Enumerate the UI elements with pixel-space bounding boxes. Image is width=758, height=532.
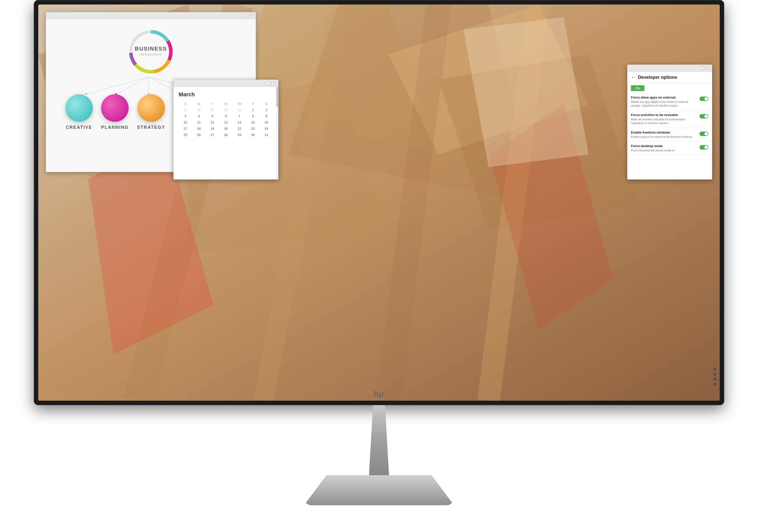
cal-day[interactable]: 22 [233, 125, 246, 132]
calendar-week-2: 3 4 5 6 7 8 9 [179, 113, 273, 119]
dev-option-2-desc: Make all activities resizable for multi-… [631, 117, 697, 125]
dev-option-4: Force desktop mode Force experimental de… [627, 142, 712, 155]
monitor-btn-2[interactable] [713, 373, 716, 376]
cal-day[interactable]: 12 [206, 119, 219, 125]
infographic-minimize-btn[interactable]: □ [243, 14, 248, 17]
cal-day[interactable]: 26 [192, 132, 206, 138]
cal-day[interactable]: 6 [219, 113, 233, 119]
bubble-label-strategy: STRATEGY [137, 125, 165, 130]
cal-day[interactable]: 2 [260, 107, 273, 113]
bubble-item-strategy: STRATEGY [137, 94, 165, 130]
cal-day[interactable]: 30 [246, 132, 260, 138]
dev-option-4-text: Force desktop mode Force experimental de… [631, 144, 697, 152]
monitor-btn-4[interactable] [713, 383, 716, 386]
cal-day[interactable]: 8 [246, 113, 260, 119]
dev-option-3-text: Enable freeform windows Enable support f… [631, 131, 697, 139]
dev-option-1: Force allow apps on external Makes any a… [627, 93, 712, 111]
dev-option-4-title: Force desktop mode [631, 144, 697, 148]
cal-day[interactable]: 4 [192, 113, 206, 119]
dev-option-3-title: Enable freeform windows [631, 131, 697, 134]
dev-option-3: Enable freeform windows Enable support f… [627, 128, 712, 142]
cal-day[interactable]: 27 [206, 132, 219, 138]
dev-close-btn[interactable]: ✕ [706, 67, 710, 70]
dev-toggle-2[interactable] [700, 114, 708, 118]
cal-header-fri: F [246, 101, 260, 107]
calendar-scrollbar-thumb[interactable] [276, 87, 278, 107]
cal-header-thu: TH [233, 101, 246, 107]
monitor-btn-3[interactable] [713, 378, 716, 381]
cal-day[interactable]: 29 [233, 132, 246, 138]
bubble-label-creative: CREATIVE [66, 125, 92, 130]
dev-title: Developer options [638, 75, 677, 80]
dev-option-2-text: Force activities to be resizable Make al… [631, 113, 697, 125]
circle-chart-area: BUSINESS INFOGRAPHIC [56, 27, 246, 77]
cal-day[interactable]: 31 [233, 107, 246, 113]
cal-day[interactable]: 18 [192, 125, 206, 132]
cal-day[interactable]: 13 [219, 119, 233, 125]
cal-day[interactable]: 23 [246, 125, 260, 132]
cal-day[interactable]: 25 [179, 132, 192, 138]
cal-day[interactable]: 11 [192, 119, 206, 125]
bubble-label-planning: PLANNING [101, 125, 128, 130]
cal-day[interactable]: 7 [233, 113, 246, 119]
cal-day[interactable]: 29 [206, 107, 219, 113]
calendar-content: March S M T W TH F S [174, 87, 278, 143]
cal-header-sat: S [260, 101, 273, 107]
dev-toggle-1[interactable] [700, 97, 708, 101]
donut-chart: BUSINESS INFOGRAPHIC [126, 27, 176, 77]
cal-day[interactable]: 3 [179, 113, 192, 119]
monitor-body: □ ✕ [34, 0, 724, 405]
cal-day[interactable]: 19 [206, 125, 219, 132]
cal-day[interactable]: 31 [260, 132, 273, 138]
cal-day[interactable]: 1 [246, 107, 260, 113]
monitor-wrapper: □ ✕ [29, 0, 729, 532]
calendar-close-btn[interactable]: ✕ [272, 82, 276, 85]
calendar-scrollbar[interactable] [276, 87, 278, 180]
cal-day[interactable]: 15 [246, 119, 260, 125]
calendar-minimize-btn[interactable]: □ [266, 82, 270, 85]
calendar-titlebar: □ ✕ [174, 80, 278, 87]
cal-day[interactable]: 17 [179, 125, 192, 132]
dev-option-2-title: Force activities to be resizable [631, 113, 697, 117]
dev-option-1-desc: Makes any app eligible to be written to … [631, 100, 697, 108]
cal-day[interactable]: 5 [206, 113, 219, 119]
dev-option-4-desc: Force experimental destop mode on [631, 149, 697, 152]
cal-day[interactable]: 16 [260, 119, 273, 125]
dev-option-3-desc: Enable support for experimental freeform… [631, 135, 697, 139]
dev-status-badge: On [631, 85, 644, 91]
cal-header-sun: S [179, 101, 192, 107]
cal-header-tue: T [206, 101, 219, 107]
cal-day[interactable]: 14 [233, 119, 246, 125]
cal-day[interactable]: 20 [219, 125, 233, 132]
bubble-strategy [137, 94, 165, 122]
cal-header-mon: M [192, 101, 206, 107]
cal-day[interactable]: 30 [219, 107, 233, 113]
bubble-creative [65, 94, 93, 122]
dev-option-1-title: Force allow apps on external [631, 96, 697, 99]
dev-titlebar: □ ✕ [627, 65, 712, 72]
infographic-close-btn[interactable]: ✕ [249, 14, 254, 17]
window-calendar: □ ✕ March S M T W [173, 80, 278, 180]
cal-day[interactable]: 24 [260, 125, 273, 132]
dev-toggle-4[interactable] [700, 145, 708, 150]
bubble-item-planning: PLANNING [101, 94, 128, 130]
calendar-week-5: 25 26 27 28 29 30 31 [179, 132, 273, 138]
svg-line-23 [86, 77, 149, 94]
cal-day[interactable]: 9 [260, 113, 273, 119]
cal-day[interactable]: 27 [179, 107, 192, 113]
dev-toggle-3[interactable] [700, 132, 708, 136]
cal-day[interactable]: 28 [192, 107, 206, 113]
dev-minimize-btn[interactable]: □ [700, 67, 704, 70]
calendar-grid: S M T W TH F S 27 [179, 101, 273, 138]
cal-day[interactable]: 10 [179, 119, 192, 125]
dev-option-1-text: Force allow apps on external Makes any a… [631, 96, 697, 108]
cal-day[interactable]: 28 [219, 132, 233, 138]
stand-base [304, 475, 454, 505]
monitor-stand [304, 405, 454, 505]
infographic-titlebar: □ ✕ [46, 12, 256, 19]
calendar-header-row: S M T W TH F S [179, 101, 273, 107]
monitor-btn-1[interactable] [713, 368, 716, 371]
dev-back-arrow[interactable]: ← [631, 75, 636, 80]
bubble-item-creative: CREATIVE [65, 94, 93, 130]
stand-neck [369, 405, 389, 475]
